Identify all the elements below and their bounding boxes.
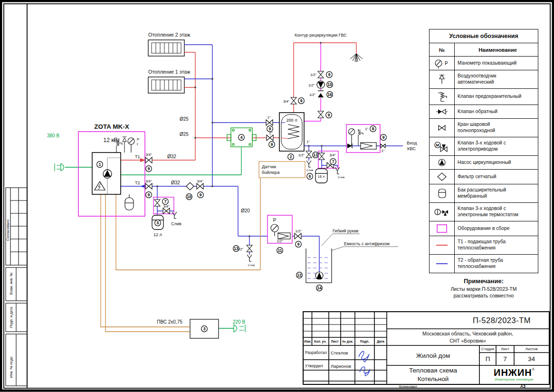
t1-line-icon (430, 236, 455, 254)
expansion-tank-icon (430, 184, 455, 202)
equipment-number: 9 (300, 98, 303, 103)
pipe-junction (248, 235, 250, 237)
equipment-number: 9 (271, 142, 273, 147)
recirculation-pump-icon (317, 81, 325, 88)
tb-location-line1: Московская область, Чеховский район, (422, 330, 513, 337)
tb-location-line2: СНТ «Боровик» (449, 337, 486, 344)
equipment-number-marker: 3 (201, 326, 208, 332)
tb-name-developer: Стеклов (329, 348, 355, 357)
logo-subtitle: Инженерные инновации (494, 378, 535, 382)
equipment-number: 16 (327, 92, 332, 97)
tb-sheet-title-line1: Тепловая схема (409, 366, 457, 375)
power-plug-380v-icon (55, 163, 64, 171)
pipe-size-label: 1/2" (308, 83, 315, 87)
tb-document-code: П-528/2023-ТМ (387, 312, 549, 329)
drain-funnel-icon (172, 212, 177, 219)
legend-row: Кран шаровой полнопроходной (430, 119, 538, 137)
legend-row-name: Клапан 3-х ходовой с электроприводом (455, 137, 538, 155)
valve-icon (318, 71, 324, 78)
pipe-junction (321, 145, 323, 147)
equipment-number: 15 (327, 82, 332, 87)
equipment-number: 9 (297, 242, 300, 247)
inv-orig-label: Инв. № подл. (9, 355, 13, 378)
pipe-size-label: 1" (306, 140, 310, 144)
ball-valve-icon (381, 144, 385, 148)
equipment-number: 1 (99, 162, 101, 167)
pipe-junction (211, 185, 213, 187)
boiler-gauge-icon (128, 138, 134, 153)
schematic-label: Контур рециркуляции ГВС (295, 33, 347, 38)
tb-col-kol: Кол. уч. (312, 337, 329, 345)
pipe-junction (194, 137, 196, 139)
assembly-box-icon (430, 221, 455, 236)
legend-row-name: Насос циркуляционный (455, 156, 538, 169)
note-block: Примечание: Листы марки П-528/2023-ТМ ра… (426, 277, 541, 299)
legend-row: Т1 - подающая труба теплоснабжения (430, 236, 538, 255)
legend-row-name: Т2 - обратная труба теплоснабжения (455, 255, 538, 273)
equipment-number-marker: 7 (162, 199, 169, 205)
ball-valve-icon (197, 183, 203, 189)
pipe-size-label: 1" (365, 127, 368, 131)
equipment-number: 9 (269, 126, 271, 131)
schematic-label: Гибкий рукав (333, 229, 359, 233)
legend-row-name: Манометр показывающий (455, 57, 538, 70)
tb-stage-label: Стадия (479, 345, 496, 353)
drain-funnel-icon (306, 161, 311, 167)
legend-header: № Наименование (430, 43, 538, 57)
inlet-strainer-icon (361, 143, 376, 149)
tb-sheet-label: Лист (496, 345, 514, 353)
legend-row-name: Клапан 3-х ходовой с электронным термост… (455, 203, 538, 221)
schematic-label: бойлера (262, 170, 280, 175)
fill-strainer-icon (278, 233, 290, 239)
equipment-number: 9 (200, 192, 202, 197)
tb-object-name: Жилой дом (387, 345, 479, 365)
equipment-number: 5 (157, 220, 159, 225)
inv-no-label: Взам. инв. № (9, 273, 13, 295)
pipe-junction (211, 122, 213, 124)
pipe-size-label: 3/4" (145, 179, 152, 183)
pipe-junction (320, 42, 322, 44)
tb-col-list: Лист (329, 337, 341, 345)
pipe-junction (211, 78, 213, 80)
valve-icon (291, 97, 296, 104)
valve-icon (306, 151, 312, 158)
tb-sheet-value: 7 (496, 353, 514, 365)
equipment-number-marker: 9 (146, 166, 152, 172)
legend-row: Насос циркуляционный (430, 156, 538, 170)
legend-row-name: Фильтр сетчатый (455, 170, 538, 184)
schematic-label: 12 л (153, 232, 162, 237)
copied-label: Копировал (399, 384, 456, 389)
tb-name-approver: Ларионов (329, 362, 355, 370)
schematic-label: Слив (338, 176, 344, 179)
company-logo: ИНЖИН® Инженерные инновации (494, 368, 535, 382)
schematic-label: Ø25 (180, 132, 189, 137)
format-label: А3 (520, 384, 539, 389)
legend-row: Клапан обратный (430, 105, 538, 119)
tb-logo-cell: ИНЖИН® Инженерные инновации (479, 365, 549, 384)
schematic-label: 18 л (318, 174, 325, 179)
equipment-number: 3 (203, 326, 206, 331)
drawing-page: Согласовано Взам. инв. № Подп. и дата Ин… (0, 0, 554, 392)
tb-sheets-value: 34 (514, 353, 549, 365)
svg-text:P: P (445, 61, 448, 66)
schematic-label: Отопление 1 этаж (148, 69, 190, 75)
radiator-floor1 (148, 77, 184, 93)
tb-location: Московская область, Чеховский район, СНТ… (387, 329, 549, 345)
schematic-label: Ø25 (180, 116, 189, 122)
gauge-icon: P (430, 57, 455, 70)
pipe-size-label: 1/2" (310, 73, 316, 77)
equipment-number-marker: 2 (288, 154, 294, 160)
equipment-number: 7 (164, 199, 167, 204)
three-way-motor-valve-icon: M (430, 137, 455, 155)
equipment-number: 14 (317, 286, 322, 290)
equipment-number: 2 (290, 154, 292, 159)
schematic-label: Ø32 (167, 154, 176, 159)
legend-row: Фильтр сетчатый (430, 170, 538, 184)
equipment-number-marker: 4 (239, 134, 245, 141)
tb-sheet-title: Тепловая схема Котельной (387, 365, 479, 384)
ball-valve-icon (163, 208, 170, 214)
pipe-size-label: 3/4" (283, 99, 289, 104)
pipe-size-label: 3/4" (145, 153, 152, 157)
equipment-number-marker: 5 (155, 220, 161, 226)
legend-col-name: Наименование (455, 43, 538, 56)
